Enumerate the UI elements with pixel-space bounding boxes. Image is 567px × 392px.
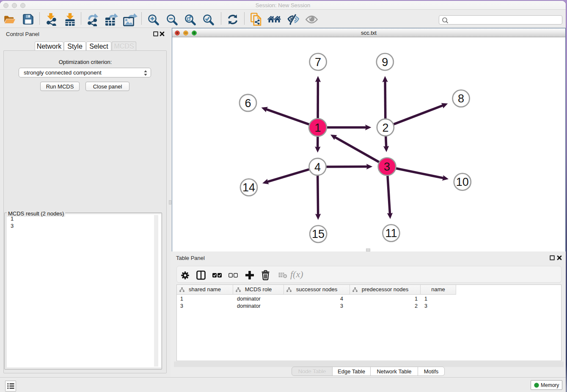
- svg-text:8: 8: [458, 92, 464, 105]
- svg-text:11: 11: [385, 227, 397, 240]
- svg-text:4: 4: [314, 161, 321, 174]
- svg-text:2: 2: [382, 121, 388, 134]
- svg-text:15: 15: [312, 228, 325, 240]
- svg-text:10: 10: [456, 176, 469, 188]
- svg-text:14: 14: [242, 181, 255, 194]
- svg-text:7: 7: [315, 56, 321, 69]
- svg-text:6: 6: [245, 97, 251, 110]
- svg-text:3: 3: [384, 160, 390, 173]
- svg-text:1: 1: [314, 121, 321, 134]
- svg-text:9: 9: [382, 56, 388, 69]
